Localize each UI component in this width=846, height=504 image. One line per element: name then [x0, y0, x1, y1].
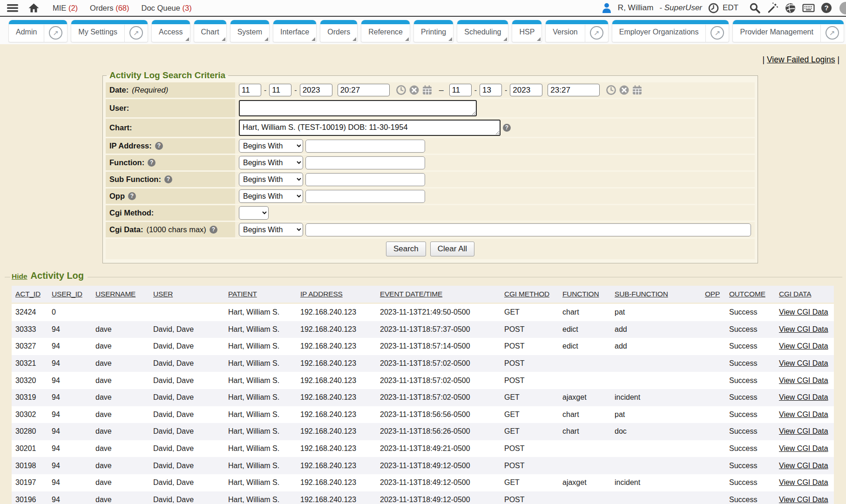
view-cgi-data-link[interactable]: View CGI Data [779, 393, 828, 401]
tab-my-settings[interactable]: My Settings ↗ [71, 20, 148, 42]
user-input[interactable] [239, 100, 477, 116]
view-cgi-data-link[interactable]: View CGI Data [779, 325, 828, 333]
external-link-icon[interactable]: ↗ [129, 26, 143, 40]
view-failed-logins-link[interactable]: View Failed Logins [767, 55, 835, 64]
from-time-input[interactable] [338, 84, 390, 96]
tab-system[interactable]: System ↗ [230, 20, 270, 42]
cell-username: dave [92, 355, 149, 372]
view-cgi-data-link[interactable]: View CGI Data [779, 427, 828, 435]
tab-version[interactable]: Version ↗ [545, 20, 608, 42]
chart-help-icon[interactable]: ? [503, 124, 511, 132]
calendar-icon[interactable] [632, 85, 643, 95]
tab-reference[interactable]: Reference ↗ [361, 20, 410, 42]
view-cgi-data-link[interactable]: View CGI Data [779, 342, 828, 350]
chart-input[interactable]: Hart, William S. (TEST-10019) DOB: 11-30… [239, 120, 501, 136]
magic-wand-icon[interactable] [767, 2, 778, 14]
function-help-icon[interactable]: ? [148, 159, 156, 167]
hamburger-menu-icon[interactable] [7, 3, 19, 13]
search-icon[interactable] [749, 2, 761, 14]
nav-doc-queue[interactable]: Doc Queue (3) [141, 4, 191, 13]
cell-opp [701, 491, 725, 504]
opp-input[interactable] [305, 190, 425, 203]
nav-orders[interactable]: Orders (68) [90, 4, 129, 13]
hide-link[interactable]: Hide [12, 272, 27, 281]
tab-orders[interactable]: Orders ↗ [320, 20, 358, 42]
column-header-patient[interactable]: PATIENT [224, 286, 297, 303]
time-picker-icon[interactable] [396, 85, 406, 95]
tab-admin[interactable]: Admin ↗ [8, 20, 68, 42]
column-header-user-id[interactable]: USER_ID [48, 286, 92, 303]
column-header-function[interactable]: FUNCTION [559, 286, 611, 303]
tab-chart[interactable]: Chart ↗ [194, 20, 227, 42]
cgi-method-select[interactable] [239, 206, 269, 220]
column-header-outcome[interactable]: OUTCOME [725, 286, 775, 303]
tab-scheduling[interactable]: Scheduling ↗ [457, 20, 508, 42]
clear-all-button[interactable]: Clear All [430, 242, 474, 256]
column-header-sub-function[interactable]: SUB-FUNCTION [611, 286, 701, 303]
clear-date-icon[interactable] [619, 85, 629, 95]
view-cgi-data-link[interactable]: View CGI Data [779, 308, 828, 316]
sub-function-match-select[interactable]: Begins With [239, 173, 303, 186]
nav-mie[interactable]: MIE (2) [53, 4, 78, 13]
cell-sub-function: doc [611, 423, 701, 440]
tab-employer-organizations[interactable]: Employer Organizations ↗ [612, 20, 730, 42]
cgi-data-input[interactable] [305, 223, 751, 236]
external-link-icon[interactable]: ↗ [590, 26, 603, 40]
tab-interface[interactable]: Interface ↗ [273, 20, 317, 42]
clock-icon[interactable] [708, 3, 719, 13]
tab-hsp[interactable]: HSP ↗ [512, 20, 542, 42]
view-cgi-data-link[interactable]: View CGI Data [779, 496, 828, 504]
sub-function-help-icon[interactable]: ? [164, 175, 172, 183]
external-link-icon[interactable]: ↗ [49, 26, 62, 40]
ip-address-match-select[interactable]: Begins With [239, 139, 303, 153]
column-header-cgi-data[interactable]: CGI DATA [775, 286, 834, 303]
tab-provider-management[interactable]: Provider Management ↗ [732, 20, 844, 42]
column-header-event-date-time[interactable]: EVENT DATE/TIME [376, 286, 501, 303]
to-year-input[interactable] [510, 84, 542, 96]
from-day-input[interactable] [269, 84, 291, 96]
ip-address-help-icon[interactable]: ? [155, 142, 163, 150]
column-header-opp[interactable]: OPP [701, 286, 725, 303]
view-cgi-data-link[interactable]: View CGI Data [779, 410, 828, 418]
column-header-user[interactable]: USER [149, 286, 224, 303]
view-cgi-data-link[interactable]: View CGI Data [779, 376, 828, 384]
opp-match-select[interactable]: Begins With [239, 189, 303, 203]
cell-user-id: 94 [48, 338, 92, 355]
view-cgi-data-link[interactable]: View CGI Data [779, 359, 828, 367]
search-button[interactable]: Search [386, 242, 426, 256]
cell-patient: Hart, William S. [224, 303, 297, 321]
keyboard-icon[interactable] [802, 3, 815, 13]
external-link-icon[interactable]: ↗ [711, 26, 724, 40]
user-name[interactable]: R, William [618, 3, 654, 13]
home-icon[interactable] [28, 2, 40, 13]
column-header-username[interactable]: USERNAME [92, 286, 149, 303]
view-cgi-data-link[interactable]: View CGI Data [779, 478, 828, 486]
time-picker-icon[interactable] [606, 85, 616, 95]
ip-address-input[interactable] [305, 140, 425, 153]
cgi-data-match-select[interactable]: Begins With [239, 223, 303, 236]
from-year-input[interactable] [300, 84, 332, 96]
to-time-input[interactable] [548, 84, 600, 96]
external-link-icon[interactable]: ↗ [826, 26, 839, 40]
function-match-select[interactable]: Begins With [239, 156, 303, 169]
calendar-icon[interactable] [422, 85, 433, 95]
opp-help-icon[interactable]: ? [128, 192, 136, 200]
cgi-data-help-icon[interactable]: ? [210, 226, 217, 234]
sub-function-input[interactable] [305, 173, 425, 186]
cell-sub-function [611, 491, 701, 504]
to-day-input[interactable] [480, 84, 502, 96]
view-cgi-data-link[interactable]: View CGI Data [779, 444, 828, 452]
column-header-cgi-method[interactable]: CGI METHOD [501, 286, 559, 303]
globe-icon[interactable] [785, 2, 796, 14]
column-header-ip-address[interactable]: IP ADDRESS [297, 286, 376, 303]
to-month-input[interactable] [449, 84, 472, 96]
tab-access[interactable]: Access ↗ [151, 20, 190, 42]
function-input[interactable] [305, 156, 425, 169]
help-icon[interactable]: ? [821, 2, 832, 13]
clear-date-icon[interactable] [409, 85, 420, 95]
from-month-input[interactable] [239, 84, 261, 96]
view-cgi-data-link[interactable]: View CGI Data [779, 462, 828, 470]
user-avatar-icon[interactable] [602, 2, 612, 13]
column-header-act-id[interactable]: ACT_ID [12, 286, 48, 303]
tab-printing[interactable]: Printing ↗ [413, 20, 453, 42]
